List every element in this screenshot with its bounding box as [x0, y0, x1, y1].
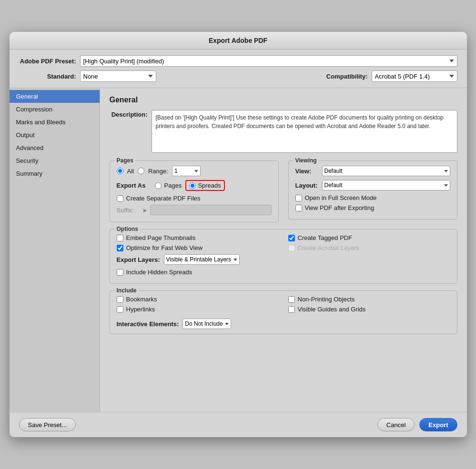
view-after-checkbox[interactable] [295, 205, 302, 211]
bookmarks-label: Bookmarks [126, 296, 157, 303]
visible-guides-label: Visible Guides and Grids [298, 306, 366, 313]
suffix-input[interactable] [150, 205, 272, 215]
create-tagged-label: Create Tagged PDF [298, 234, 353, 241]
create-acrobat-label: Create Acrobat Layers [298, 244, 359, 251]
include-col-right: Non-Printing Objects Visible Guides and … [288, 296, 450, 316]
all-radio[interactable] [117, 168, 123, 174]
pages-radio[interactable] [155, 182, 162, 189]
standard-label: Standard: [19, 73, 76, 80]
create-separate-row: Create Separate PDF Files [117, 195, 272, 202]
suffix-arrow-icon: ▶ [143, 208, 147, 213]
optimize-checkbox[interactable] [117, 245, 123, 251]
pages-column: Pages All Range: 1 Export As [110, 160, 279, 229]
compat-label: Compatibility: [326, 73, 368, 80]
hyperlinks-row: Hyperlinks [117, 306, 279, 313]
sidebar-item-summary[interactable]: Summary [10, 167, 100, 180]
view-after-label: View PDF after Exporting [305, 204, 375, 211]
pages-group: Pages All Range: 1 Export As [110, 160, 279, 222]
visible-guides-checkbox[interactable] [288, 306, 295, 313]
include-hidden-checkbox[interactable] [117, 269, 123, 276]
all-label: All [127, 168, 134, 175]
compat-select[interactable]: Acrobat 5 (PDF 1.4) [372, 70, 457, 82]
top-controls: Adobe PDF Preset: [High Quality Print] (… [10, 50, 467, 88]
sidebar: General Compression Marks and Bleeds Out… [10, 88, 100, 412]
interactive-elements-row: Interactive Elements: Do Not Include [117, 319, 450, 329]
description-row: Description: [Based on '[High Quality Pr… [110, 110, 457, 153]
hyperlinks-checkbox[interactable] [117, 306, 123, 313]
create-separate-checkbox[interactable] [117, 195, 123, 202]
title-bar: Export Adobe PDF [10, 32, 467, 50]
export-as-label: Export As [117, 182, 151, 189]
viewing-legend: Viewing [294, 157, 319, 164]
save-preset-button[interactable]: Save Preset... [19, 418, 76, 431]
sidebar-item-security[interactable]: Security [10, 154, 100, 167]
description-box: [Based on '[High Quality Print]'] Use th… [152, 110, 457, 153]
embed-thumbnails-row: Embed Page Thumbnails [117, 234, 279, 241]
layout-label: Layout: [295, 182, 319, 189]
sidebar-item-general[interactable]: General [10, 90, 100, 103]
sidebar-item-marks-bleeds[interactable]: Marks and Bleeds [10, 116, 100, 129]
options-group: Options Embed Page Thumbnails Optimize f… [110, 229, 457, 284]
spreads-label: Spreads [198, 182, 221, 189]
options-legend: Options [115, 226, 140, 232]
cancel-button[interactable]: Cancel [377, 418, 415, 431]
suffix-label: Suffix: [117, 207, 141, 214]
footer-left: Save Preset... [19, 418, 377, 431]
bookmarks-checkbox[interactable] [117, 296, 123, 303]
panel-title: General [110, 96, 457, 104]
create-separate-label: Create Separate PDF Files [126, 195, 201, 202]
preset-label: Adobe PDF Preset: [19, 58, 76, 65]
view-select[interactable]: Default [322, 166, 450, 176]
export-button[interactable]: Export [419, 418, 457, 431]
sidebar-item-compression[interactable]: Compression [10, 103, 100, 116]
dialog-body: General Compression Marks and Bleeds Out… [10, 88, 467, 412]
include-hidden-row: Include Hidden Spreads [117, 269, 450, 276]
non-printing-checkbox[interactable] [288, 296, 295, 303]
preset-select[interactable]: [High Quality Print] (modified) [80, 55, 457, 67]
sidebar-item-advanced[interactable]: Advanced [10, 141, 100, 154]
all-range-row: All Range: 1 [117, 166, 272, 176]
view-row: View: Default [295, 166, 450, 176]
optimize-row: Optimize for Fast Web View [117, 244, 279, 251]
create-tagged-checkbox[interactable] [288, 235, 295, 241]
create-acrobat-checkbox [288, 245, 295, 251]
bookmarks-row: Bookmarks [117, 296, 279, 303]
pages-viewing-section: Pages All Range: 1 Export As [110, 160, 457, 229]
embed-thumbnails-checkbox[interactable] [117, 235, 123, 241]
range-radio[interactable] [138, 168, 144, 174]
optimize-label: Optimize for Fast Web View [126, 244, 203, 251]
interactive-select[interactable]: Do Not Include [182, 319, 231, 329]
pages-legend: Pages [115, 157, 135, 164]
visible-guides-row: Visible Guides and Grids [288, 306, 450, 313]
include-col-left: Bookmarks Hyperlinks [117, 296, 279, 316]
layout-select[interactable]: Default [322, 180, 450, 190]
pages-radio-label: Pages [164, 182, 182, 189]
include-group: Include Bookmarks Hyperlinks [110, 290, 457, 334]
range-select[interactable]: 1 [172, 166, 201, 176]
view-after-row: View PDF after Exporting [295, 204, 450, 211]
spreads-highlight: Spreads [185, 180, 224, 191]
options-col-left: Embed Page Thumbnails Optimize for Fast … [117, 234, 279, 254]
fullscreen-row: Open in Full Screen Mode [295, 194, 450, 201]
include-columns: Bookmarks Hyperlinks Non-Printing Object… [117, 296, 450, 316]
fullscreen-label: Open in Full Screen Mode [305, 194, 377, 201]
viewing-column: Viewing View: Default Layout: Default [288, 160, 457, 229]
footer: Save Preset... Cancel Export [10, 412, 467, 437]
layout-row: Layout: Default [295, 180, 450, 190]
include-hidden-label: Include Hidden Spreads [126, 269, 192, 276]
create-tagged-row: Create Tagged PDF [288, 234, 450, 241]
fullscreen-checkbox[interactable] [295, 195, 302, 201]
options-row: Embed Page Thumbnails Optimize for Fast … [117, 234, 450, 254]
interactive-label: Interactive Elements: [117, 320, 179, 328]
options-col-right: Create Tagged PDF Create Acrobat Layers [288, 234, 450, 254]
sidebar-item-output[interactable]: Output [10, 129, 100, 141]
hyperlinks-label: Hyperlinks [126, 306, 155, 313]
standard-select[interactable]: None [80, 70, 156, 82]
description-label: Description: [110, 110, 148, 118]
layers-select[interactable]: Visible & Printable Layers [164, 254, 240, 265]
include-legend: Include [115, 287, 139, 294]
spreads-radio[interactable] [189, 182, 196, 189]
create-acrobat-row: Create Acrobat Layers [288, 244, 450, 251]
export-pdf-dialog: Export Adobe PDF Adobe PDF Preset: [High… [10, 32, 467, 437]
export-as-row: Export As Pages Spreads [117, 180, 272, 191]
